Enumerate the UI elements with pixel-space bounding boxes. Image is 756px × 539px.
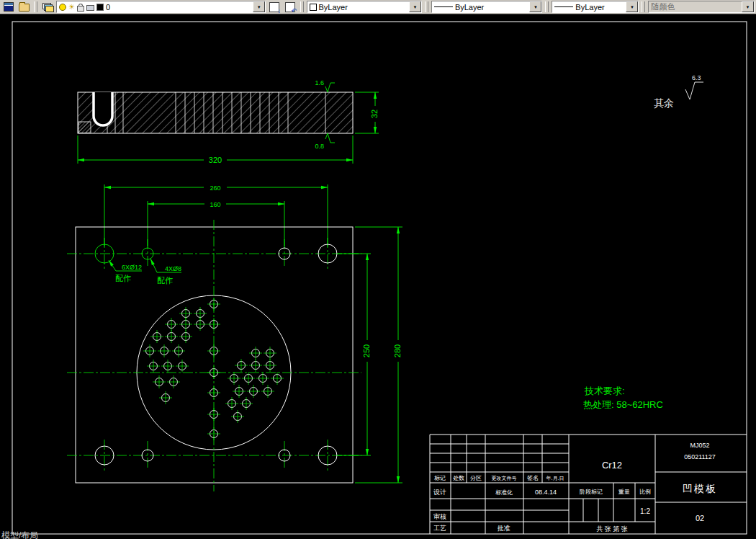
- title-block: 标记 处数 分区 更改文件号 签名 年.月.日 设计 标准化 08.4.14 审…: [430, 435, 747, 534]
- sheet-back-icon: ↶: [285, 2, 295, 12]
- linetype-value: ByLayer: [455, 3, 484, 12]
- plan-view[interactable]: 260 160 6XØ12 配作 4XØ8 配作 250: [67, 184, 402, 491]
- dense-hatch-block: [78, 122, 91, 133]
- dim-bolt-span: 260: [210, 184, 220, 192]
- tb-material: Cr12: [602, 460, 622, 471]
- dim-width: 320: [209, 156, 222, 164]
- lineweight-value: ByLayer: [575, 3, 604, 12]
- layer-previous-button[interactable]: ↶: [283, 1, 297, 13]
- roughness-symbol-top: [325, 83, 335, 92]
- tech-req-line1: 热处理: 58~62HRC: [583, 399, 663, 410]
- tb-header-sign: 签名: [527, 475, 539, 481]
- dim-height: 280: [393, 344, 402, 357]
- dim-bolt-vspan: 250: [362, 344, 371, 357]
- roughness-symbol-bottom: [325, 133, 335, 143]
- label-holes-large-note: 配作: [115, 274, 131, 282]
- toolbar-grip[interactable]: [425, 1, 428, 12]
- layers-icon: [42, 3, 53, 12]
- tb-weight-label: 重量: [618, 489, 630, 495]
- open-icon[interactable]: [17, 1, 32, 13]
- tb-scale-label: 比例: [639, 489, 651, 495]
- color-swatch: [310, 4, 317, 11]
- sheet-arrow-icon: ↓: [269, 2, 279, 12]
- tb-stage-mark-label: 阶段标记: [580, 489, 603, 495]
- drawing-canvas[interactable]: 1.6 0.8 32 320 260 160: [0, 14, 756, 539]
- label-holes-small-note: 配作: [157, 276, 173, 285]
- tb-header-mark: 标记: [434, 475, 446, 481]
- app-window-icon[interactable]: [1, 1, 16, 13]
- tb-approve-label: 批准: [497, 525, 510, 532]
- toolbar-grip[interactable]: [34, 1, 37, 12]
- layer-combo-arrow[interactable]: ▼: [253, 1, 265, 12]
- layer-combo[interactable]: ☀ 0 ▼: [56, 1, 266, 13]
- layer-plot-icon: [86, 5, 94, 11]
- dim-thickness: 32: [370, 110, 379, 118]
- punch-hole-pattern: [143, 298, 284, 440]
- section-view[interactable]: 1.6 0.8 32: [78, 79, 379, 150]
- folder-icon: [19, 4, 30, 12]
- dim-320-group: 320: [78, 135, 353, 164]
- lineweight-combo[interactable]: ByLayer ▼: [552, 1, 639, 13]
- top-toolbar: ☀ 0 ▼ ↓ ↶ ByLayer ▼ ByLayer ▼ ByLayer ▼ …: [0, 0, 756, 14]
- tb-design-label: 设计: [433, 489, 446, 496]
- lineweight-combo-arrow[interactable]: ▼: [626, 1, 638, 12]
- roughness-rest-label: 其余: [654, 97, 674, 109]
- plotstyle-value: 随颜色: [651, 1, 675, 12]
- make-object-layer-current-button[interactable]: ↓: [267, 1, 282, 13]
- roughness-check-icon: [685, 82, 703, 99]
- tb-header-date: 年.月.日: [546, 476, 564, 481]
- plotstyle-combo-arrow: ▼: [742, 1, 754, 12]
- layer-freeze-sun-icon: ☀: [68, 4, 75, 11]
- tb-date-value: 08.4.14: [535, 489, 557, 496]
- roughness-rest-value: 6.3: [692, 74, 701, 81]
- color-value: ByLayer: [319, 3, 348, 12]
- tb-part-name: 凹模板: [683, 483, 717, 494]
- tb-scale-value: 1:2: [640, 507, 650, 515]
- layer-lock-icon: [77, 6, 84, 12]
- tb-standardize-label: 标准化: [495, 489, 513, 496]
- toolbar-grip[interactable]: [300, 1, 304, 12]
- lineweight-sample-icon: [554, 6, 573, 7]
- roughness-top-value: 1.6: [315, 79, 324, 86]
- toolbar-grip[interactable]: [642, 1, 645, 12]
- layout-tabs-fragment[interactable]: 模型/布局1: [1, 531, 39, 539]
- tb-header-zone: 分区: [470, 475, 482, 481]
- layer-on-bulb-icon: [59, 4, 66, 11]
- layer-color-swatch: [96, 4, 104, 11]
- tb-review-label: 审核: [433, 513, 446, 520]
- tb-sheet-number: 02: [696, 514, 704, 522]
- linetype-combo[interactable]: ByLayer ▼: [431, 1, 543, 13]
- linetype-combo-arrow[interactable]: ▼: [529, 1, 541, 12]
- layer-name: 0: [106, 3, 110, 12]
- toolbar-grip[interactable]: [545, 1, 549, 12]
- tb-header-changefile: 更改文件号: [492, 475, 517, 481]
- tb-code2: 050211127: [684, 453, 716, 460]
- window-icon: [4, 2, 14, 12]
- label-holes-large: 6XØ12: [122, 264, 142, 271]
- tb-header-count: 处数: [453, 475, 464, 481]
- color-combo[interactable]: ByLayer ▼: [307, 1, 422, 13]
- plotstyle-combo: 随颜色 ▼: [648, 1, 755, 13]
- roughness-bottom-value: 0.8: [315, 143, 324, 150]
- label-holes-small: 4XØ8: [165, 265, 181, 272]
- general-roughness: 其余 6.3: [654, 74, 703, 109]
- cad-drawing[interactable]: 1.6 0.8 32 320 260 160: [0, 14, 756, 539]
- layer-properties-button[interactable]: [40, 1, 55, 13]
- dim-inner-span: 160: [210, 201, 220, 208]
- tb-process-label: 工艺: [433, 525, 446, 532]
- tb-code1: MJ052: [690, 442, 709, 449]
- slot-notch: [94, 92, 112, 125]
- tech-req-title: 技术要求:: [584, 386, 625, 396]
- linetype-sample-icon: [434, 6, 453, 7]
- tech-requirements: 技术要求: 热处理: 58~62HRC: [583, 386, 663, 410]
- color-combo-arrow[interactable]: ▼: [409, 1, 421, 12]
- tb-sheets-note: 共 张 第 张: [596, 525, 628, 533]
